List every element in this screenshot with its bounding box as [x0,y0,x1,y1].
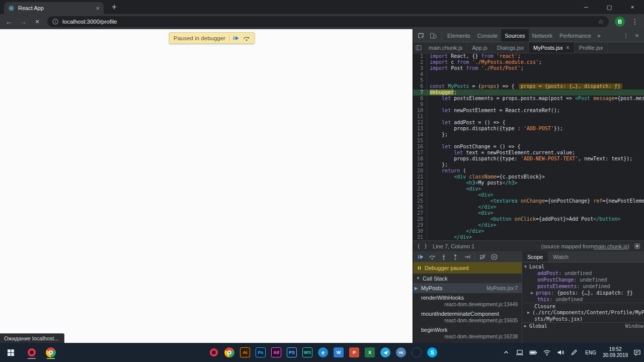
file-tab-profile.jsx[interactable]: Profile.jsx [575,42,608,53]
taskbar-clock[interactable]: 19:52 30.09.2019 [601,346,629,358]
devtools-menu-icon[interactable]: ⋮ [621,32,631,39]
line-number-26[interactable]: 26 [413,204,427,210]
tray-battery-icon[interactable] [527,343,539,362]
line-number-27[interactable]: 27 [413,210,427,216]
taskbar-icon-opera[interactable] [25,346,38,359]
forward-button[interactable]: → [19,18,27,26]
site-info-icon[interactable] [52,19,58,25]
taskbar-icon-skype[interactable]: S [426,346,439,359]
line-number-23[interactable]: 23 [413,186,427,192]
file-tab-dialogs.jsx[interactable]: Dialogs.jsx [493,42,529,53]
line-number-3[interactable]: 3 [413,65,427,71]
devtools-tab-performance[interactable]: Performance [556,29,595,42]
taskbar-icon-chrome[interactable] [44,346,57,359]
line-number-13[interactable]: 13 [413,126,427,132]
taskbar-icon-illustrator[interactable]: Ai [238,346,252,359]
file-tab-app.js[interactable]: App.js [467,42,493,53]
deactivate-breakpoints-button[interactable] [477,251,488,262]
devtools-tab-sources[interactable]: Sources [501,29,528,42]
line-number-18[interactable]: 18 [413,156,427,162]
expand-arrow-icon[interactable]: ▶ [531,290,536,296]
file-tab-close-icon[interactable]: × [566,44,570,51]
taskbar-icon-opera[interactable] [207,346,220,359]
file-tab-main.chunk.js[interactable]: main.chunk.js [424,42,467,53]
taskbar-icon-adobe-xd[interactable]: Xd [270,346,283,359]
scope-row-props[interactable]: ▶props: {posts: {…}, dispatch: ƒ} [522,290,644,296]
line-number-25[interactable]: 25 [413,198,427,204]
file-tab-myposts.jsx[interactable]: MyPosts.jsx× [529,42,575,53]
maximize-button[interactable]: ▢ [598,0,621,14]
resume-button[interactable] [415,251,426,262]
line-number-20[interactable]: 20 [413,168,427,174]
line-number-21[interactable]: 21 [413,174,427,180]
call-stack-header[interactable]: ▼ Call Stack [413,274,522,284]
source-map-link[interactable]: main.chunk.js [594,243,627,249]
tray-pen-icon[interactable] [568,343,580,362]
taskbar-icon-edge[interactable]: e [316,346,330,359]
scope-row-Global[interactable]: ▶GlobalWindow [522,322,644,329]
stop-loading-button[interactable]: × [33,18,41,26]
line-number-31[interactable]: 31 [413,234,427,240]
taskbar-icon-vk[interactable]: VK [394,346,408,359]
device-toolbar-icon[interactable] [427,29,439,42]
banner-step-over-button[interactable] [243,35,250,41]
line-number-5[interactable]: 5 [413,77,427,83]
action-center-icon[interactable] [631,343,643,362]
tab-close-icon[interactable]: × [96,5,100,12]
address-bar[interactable]: localhost:3000/profile ☆ [47,16,609,27]
expand-arrow-icon[interactable]: ▶ [527,309,532,316]
devtools-tab-elements[interactable]: Elements [444,29,474,42]
line-number-9[interactable]: 9 [413,102,427,108]
taskbar-icon-photoshop[interactable]: Ps [254,346,267,359]
devtools-close-icon[interactable]: × [632,32,642,39]
pretty-print-icon[interactable]: { } [417,243,428,249]
profile-avatar[interactable]: B [615,17,625,27]
line-number-24[interactable]: 24 [413,192,427,198]
collapse-icon[interactable]: ▼ [416,276,420,281]
back-button[interactable]: ← [5,18,13,26]
scope-row-(./src/Components/Content/Profile/MyPo[interactable]: ▶(./src/Components/Content/Profile/MyPo [522,309,644,316]
line-number-22[interactable]: 22 [413,180,427,186]
navigator-toggle-icon[interactable] [413,42,424,53]
tray-chevron-up-icon[interactable] [500,343,512,362]
step-out-button[interactable] [450,251,461,262]
close-button[interactable]: × [621,0,644,14]
devtools-tab-console[interactable]: Console [474,29,501,42]
line-number-29[interactable]: 29 [413,222,427,228]
browser-menu-icon[interactable]: ⋮ [631,18,639,26]
taskbar-icon-chrome[interactable] [223,346,236,359]
step-over-button[interactable] [427,251,438,262]
devtools-tab-network[interactable]: Network [529,29,556,42]
line-number-11[interactable]: 11 [413,114,427,120]
scope-row-Local[interactable]: ▼Local [522,263,644,270]
line-number-16[interactable]: 16 [413,144,427,150]
language-indicator[interactable]: ENG [582,350,600,355]
taskbar-icon-word[interactable]: W [332,346,345,359]
minimize-button[interactable]: ─ [575,0,598,14]
call-stack-frame-beginWork[interactable]: beginWorkreact-dom.development.js:16238 [413,325,522,341]
step-button[interactable] [461,251,472,262]
call-stack-frame-renderWithHooks[interactable]: renderWithHooksreact-dom.development.js:… [413,293,522,309]
taskbar-icon-webstorm[interactable]: WS [301,346,314,359]
banner-resume-button[interactable] [233,35,239,41]
line-number-2[interactable]: 2 [413,59,427,65]
line-number-28[interactable]: 28 [413,216,427,222]
tray-volume-icon[interactable] [554,343,567,362]
inspect-element-icon[interactable] [415,29,427,42]
pause-on-exceptions-button[interactable] [489,251,500,262]
line-number-4[interactable]: 4 [413,71,427,77]
call-stack-frame-mountIndeterminateComponent[interactable]: mountIndeterminateComponentreact-dom.dev… [413,309,522,325]
browser-tab[interactable]: React App × [4,2,104,14]
tab-watch[interactable]: Watch [548,251,574,262]
start-button[interactable] [2,343,19,362]
more-tabs-button[interactable]: » [595,32,603,39]
line-number-6[interactable]: 6 [413,83,427,89]
tray-laptop-icon[interactable] [514,343,526,362]
line-number-14[interactable]: 14 [413,132,427,138]
expand-arrow-icon[interactable]: ▶ [524,323,529,329]
call-stack-frame-MyPosts[interactable]: ▶MyPostsMyPosts.jsx:7 [413,284,522,293]
line-number-30[interactable]: 30 [413,228,427,234]
taskbar-icon-steam[interactable] [410,346,423,359]
step-into-button[interactable] [438,251,449,262]
taskbar-icon-excel[interactable]: X [363,346,376,359]
